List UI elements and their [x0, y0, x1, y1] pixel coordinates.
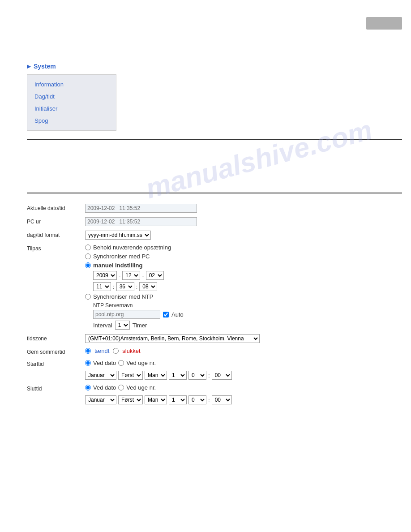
radio-ntp-label: Synchroniser med NTP: [93, 293, 153, 300]
month-select[interactable]: 12: [122, 271, 140, 280]
starttid-radio-row: Ved dato Ved uge nr.: [85, 360, 232, 366]
tidszone-select[interactable]: (GMT+01:00)Amsterdam, Berlin, Bern, Rome…: [85, 334, 260, 343]
sluttid-ved-uge[interactable]: [118, 385, 124, 390]
sidebar-item-dagtidt[interactable]: Dag/tidt: [27, 90, 116, 103]
sidebar-item-initialiser[interactable]: Initialiser: [27, 103, 116, 115]
dagtid-format-control: yyyy-mm-dd hh.mm.ss: [85, 231, 402, 240]
starttid-label: Starttid: [27, 360, 85, 367]
tilpas-radio-group: Behold nuværende opsætning Synchroniser …: [85, 244, 184, 330]
manual-date-row: 2009 - 12 - 02: [93, 271, 184, 280]
divider-bottom: [27, 193, 402, 193]
tilpas-row: Tilpas Behold nuværende opsætning Synchr…: [27, 244, 402, 330]
ntp-server-label: NTP Servernavn: [93, 302, 184, 309]
dagtid-format-select[interactable]: yyyy-mm-dd hh.mm.ss: [85, 231, 151, 240]
radio-behold-label: Behold nuværende opsætning: [93, 244, 171, 251]
tidszone-control: (GMT+01:00)Amsterdam, Berlin, Bern, Rome…: [85, 334, 402, 343]
sluttid-week-select[interactable]: Først: [118, 395, 143, 404]
sidebar-system-header: ▶ System: [27, 63, 130, 70]
sluttid-min-select[interactable]: 00: [212, 395, 232, 404]
sommertid-radios: tændt slukket: [85, 348, 141, 354]
starttid-ved-uge-label: Ved uge nr.: [126, 360, 156, 366]
taendt-label: tændt: [94, 348, 109, 354]
sluttid-ved-uge-label: Ved uge nr.: [126, 384, 156, 391]
radio-behold-row: Behold nuværende opsætning: [85, 244, 184, 251]
day-select[interactable]: 02: [146, 271, 164, 280]
hour-select[interactable]: 11: [93, 282, 111, 291]
starttid-date-selects: Januar Først Man 1 0 :: [85, 371, 232, 380]
divider-top: [27, 139, 402, 140]
sluttid-radio-row: Ved dato Ved uge nr.: [85, 384, 232, 391]
slukket-label: slukket: [122, 348, 140, 354]
tidszone-row: tidszone (GMT+01:00)Amsterdam, Berlin, B…: [27, 334, 402, 343]
sluttid-month-select[interactable]: Januar: [85, 395, 116, 404]
sommertid-control: tændt slukket: [85, 348, 402, 354]
radio-ntp[interactable]: [85, 294, 91, 300]
sommertid-row: Gem sommertid tændt slukket: [27, 348, 402, 355]
radio-ntp-row: Synchroniser med NTP: [85, 293, 184, 300]
radio-sync-pc-label: Synchroniser med PC: [93, 253, 150, 260]
timer-label: Timer: [133, 322, 147, 329]
starttid-row: Starttid Ved dato Ved uge nr. Januar Før…: [27, 360, 402, 380]
pc-ur-control: [85, 217, 402, 226]
interval-label: Interval: [93, 322, 112, 329]
sluttid-options: Ved dato Ved uge nr. Januar Først Man: [85, 384, 232, 404]
dagtid-format-row: dag/tid format yyyy-mm-dd hh.mm.ss: [27, 231, 402, 240]
tidszone-label: tidszone: [27, 334, 85, 342]
pc-ur-input: [85, 217, 197, 226]
aktuelle-control: [85, 204, 402, 213]
starttid-day-select[interactable]: Man: [145, 371, 167, 380]
interval-select[interactable]: 1: [115, 321, 130, 330]
starttid-control: Ved dato Ved uge nr. Januar Først Man: [85, 360, 402, 380]
sluttid-label: Sluttid: [27, 384, 85, 392]
dagtid-format-label: dag/tid format: [27, 231, 85, 238]
year-select[interactable]: 2009: [93, 271, 117, 280]
manual-time-row: 11 : 36 : 08: [93, 282, 184, 291]
starttid-month-select[interactable]: Januar: [85, 371, 116, 380]
sluttid-num-select[interactable]: 1: [169, 395, 187, 404]
sluttid-control: Ved dato Ved uge nr. Januar Først Man: [85, 384, 402, 404]
aktuelle-row: Aktuelle dato/tid: [27, 204, 402, 213]
interval-row: Interval 1 Timer: [93, 321, 184, 330]
sidebar-item-spog[interactable]: Spog: [27, 115, 116, 127]
starttid-min-select[interactable]: 00: [212, 371, 232, 380]
sluttid-ved-dato[interactable]: [85, 385, 91, 390]
radio-sync-pc-row: Synchroniser med PC: [85, 253, 184, 260]
radio-behold[interactable]: [85, 245, 91, 250]
tilpas-control: Behold nuværende opsætning Synchroniser …: [85, 244, 402, 330]
auto-checkbox[interactable]: [163, 312, 169, 317]
starttid-ved-dato[interactable]: [85, 360, 91, 366]
sluttid-row: Sluttid Ved dato Ved uge nr. Januar Førs…: [27, 384, 402, 404]
pc-ur-label: PC ur: [27, 217, 85, 225]
starttid-options: Ved dato Ved uge nr. Januar Først Man: [85, 360, 232, 380]
sidebar-system-label: System: [34, 63, 56, 70]
pc-ur-row: PC ur: [27, 217, 402, 226]
sluttid-day-select[interactable]: Man: [145, 395, 167, 404]
aktuelle-label: Aktuelle dato/tid: [27, 204, 85, 211]
radio-slukket[interactable]: [113, 348, 119, 354]
radio-sync-pc[interactable]: [85, 253, 91, 259]
radio-manuel-label: manuel indstilling: [93, 262, 143, 269]
starttid-hour-select[interactable]: 0: [188, 371, 206, 380]
radio-taendt[interactable]: [85, 348, 91, 354]
arrow-icon: ▶: [27, 63, 31, 69]
sidebar-item-information[interactable]: Information: [27, 78, 116, 90]
starttid-num-select[interactable]: 1: [169, 371, 187, 380]
starttid-ved-dato-label: Ved dato: [93, 360, 116, 366]
sluttid-hour-select[interactable]: 0: [188, 395, 206, 404]
min-select[interactable]: 36: [116, 282, 134, 291]
top-right-block: [366, 17, 402, 30]
starttid-week-select[interactable]: Først: [118, 371, 143, 380]
ntp-section: NTP Servernavn Auto Interval 1 Timer: [93, 302, 184, 330]
radio-manuel[interactable]: [85, 262, 91, 268]
sidebar-menu: Information Dag/tidt Initialiser Spog: [27, 74, 116, 131]
main-content: Aktuelle dato/tid PC ur dag/tid format y…: [27, 204, 402, 409]
starttid-ved-uge[interactable]: [118, 360, 124, 366]
ntp-input-row: Auto: [93, 310, 184, 319]
aktuelle-input: [85, 204, 197, 213]
sommertid-label: Gem sommertid: [27, 348, 85, 355]
ntp-server-input[interactable]: [93, 310, 160, 319]
sluttid-ved-dato-label: Ved dato: [93, 384, 116, 391]
sec-select[interactable]: 08: [139, 282, 157, 291]
sluttid-date-selects: Januar Først Man 1 0 :: [85, 395, 232, 404]
sidebar: ▶ System Information Dag/tidt Initialise…: [27, 63, 130, 131]
